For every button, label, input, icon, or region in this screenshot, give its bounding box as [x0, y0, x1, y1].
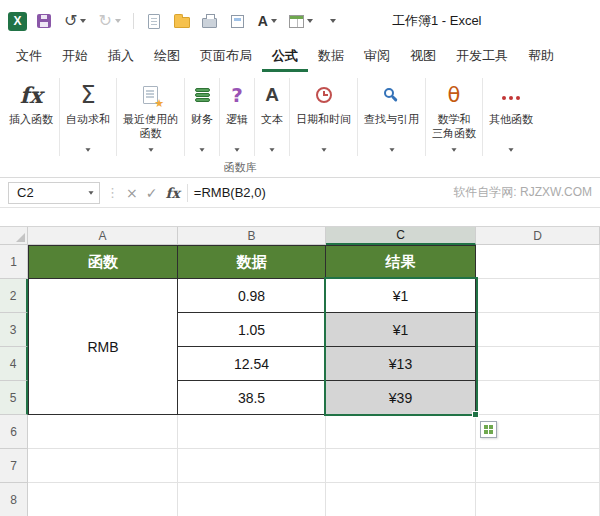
cell-c5[interactable]: ¥39 [326, 381, 476, 415]
tab-formulas[interactable]: 公式 [262, 42, 308, 72]
cell-b6[interactable] [178, 415, 326, 449]
confirm-icon[interactable]: ✓ [145, 185, 159, 201]
insert-function-button[interactable]: fx 插入函数 [4, 75, 58, 157]
autosum-button[interactable]: Σ 自动求和 [61, 75, 115, 157]
lookup-reference-button[interactable]: 查找与引用 [359, 75, 424, 157]
redo-button[interactable]: ↻ [95, 8, 123, 34]
col-header-c[interactable]: C [326, 227, 476, 245]
name-box[interactable]: C2 [8, 182, 100, 204]
formula-bar-divider [187, 184, 188, 202]
print-preview-icon [231, 15, 244, 28]
cell-c7[interactable] [326, 449, 476, 483]
cell-b8[interactable] [178, 483, 326, 516]
cell-c8[interactable] [326, 483, 476, 516]
row-header-4[interactable]: 4 [0, 347, 28, 381]
cancel-icon[interactable]: × [125, 185, 139, 201]
tab-page-layout[interactable]: 页面布局 [190, 42, 262, 72]
button-label: 其他函数 [489, 112, 533, 126]
toolbar-divider [133, 13, 134, 29]
group-divider [254, 78, 255, 156]
select-all-corner[interactable] [0, 227, 28, 245]
cell-c2-active[interactable]: ¥1 [326, 279, 476, 313]
resize-handle-icon[interactable]: ⋮ [106, 185, 119, 200]
sheet-grid: A B C D 1 函数 数据 结果 2 RMB 0.98 ¥1 3 1.05 … [0, 226, 600, 516]
letter-a-icon: A [265, 84, 279, 106]
cell-b2[interactable]: 0.98 [178, 279, 326, 313]
name-box-dropdown-icon[interactable] [88, 191, 93, 194]
recent-functions-button[interactable]: 最近使用的 函数 [118, 75, 183, 157]
tab-insert[interactable]: 插入 [98, 42, 144, 72]
cell-a8[interactable] [28, 483, 178, 516]
new-file-button[interactable] [143, 8, 165, 34]
letter-a-icon: A [258, 14, 268, 28]
clock-icon [316, 87, 332, 103]
cell-d4[interactable] [476, 347, 600, 381]
date-time-button[interactable]: 日期和时间 [291, 75, 356, 157]
cell-d8[interactable] [476, 483, 600, 516]
cell-a1[interactable]: 函数 [28, 245, 178, 279]
more-functions-button[interactable]: 其他函数 [484, 75, 538, 157]
cell-d5[interactable] [476, 381, 600, 415]
col-header-b[interactable]: B [178, 227, 326, 245]
chevron-down-icon [148, 148, 153, 151]
button-label: 日期和时间 [296, 112, 351, 126]
excel-logo-icon: X [8, 12, 27, 31]
tab-home[interactable]: 开始 [52, 42, 98, 72]
cell-b3[interactable]: 1.05 [178, 313, 326, 347]
math-trig-button[interactable]: θ 数学和 三角函数 [427, 75, 481, 157]
group-divider [425, 78, 426, 156]
row-header-6[interactable]: 6 [0, 415, 28, 449]
window-title: 工作簿1 - Excel [392, 12, 482, 30]
row-header-2[interactable]: 2 [0, 279, 28, 313]
cell-a2-a5-merged[interactable]: RMB [28, 279, 178, 415]
row-header-8[interactable]: 8 [0, 483, 28, 516]
cell-a7[interactable] [28, 449, 178, 483]
text-functions-button[interactable]: A 文本 [256, 75, 288, 157]
row-header-3[interactable]: 3 [0, 313, 28, 347]
save-button[interactable] [33, 8, 55, 34]
auto-fill-options-button[interactable] [480, 421, 497, 438]
cell-c1[interactable]: 结果 [326, 245, 476, 279]
cell-c6[interactable] [326, 415, 476, 449]
chevron-down-icon [389, 148, 394, 151]
cell-c3[interactable]: ¥1 [326, 313, 476, 347]
row-header-5[interactable]: 5 [0, 381, 28, 415]
cell-a6[interactable] [28, 415, 178, 449]
font-color-button[interactable]: A [255, 8, 280, 34]
cell-d1[interactable] [476, 245, 600, 279]
formula-input[interactable]: =RMB(B2,0) [194, 185, 266, 200]
theta-icon: θ [448, 83, 461, 107]
undo-button[interactable]: ↺ [61, 8, 89, 34]
print-preview-button[interactable] [227, 8, 249, 34]
cell-c4[interactable]: ¥13 [326, 347, 476, 381]
tab-help[interactable]: 帮助 [518, 42, 564, 72]
cell-b7[interactable] [178, 449, 326, 483]
logical-button[interactable]: ? 逻辑 [221, 75, 253, 157]
insert-function-icon[interactable]: fx [164, 185, 180, 201]
financial-button[interactable]: 财务 [186, 75, 218, 157]
customize-qat-button[interactable] [322, 8, 344, 34]
col-header-d[interactable]: D [476, 227, 600, 245]
tab-draw[interactable]: 绘图 [144, 42, 190, 72]
cell-b1[interactable]: 数据 [178, 245, 326, 279]
button-label: 逻辑 [226, 112, 248, 126]
cell-d3[interactable] [476, 313, 600, 347]
row-header-7[interactable]: 7 [0, 449, 28, 483]
table-format-button[interactable] [286, 8, 316, 34]
row-header-1[interactable]: 1 [0, 245, 28, 279]
cell-b5[interactable]: 38.5 [178, 381, 326, 415]
cell-d7[interactable] [476, 449, 600, 483]
tab-data[interactable]: 数据 [308, 42, 354, 72]
table-dropdown-icon [307, 19, 313, 23]
cell-d2[interactable] [476, 279, 600, 313]
tab-file[interactable]: 文件 [6, 42, 52, 72]
tab-view[interactable]: 视图 [400, 42, 446, 72]
group-divider [482, 78, 483, 156]
quick-print-button[interactable] [199, 8, 221, 34]
tab-developer[interactable]: 开发工具 [446, 42, 518, 72]
cell-b4[interactable]: 12.54 [178, 347, 326, 381]
col-header-a[interactable]: A [28, 227, 178, 245]
open-file-button[interactable] [171, 8, 193, 34]
tab-review[interactable]: 审阅 [354, 42, 400, 72]
fill-handle[interactable] [472, 411, 479, 418]
